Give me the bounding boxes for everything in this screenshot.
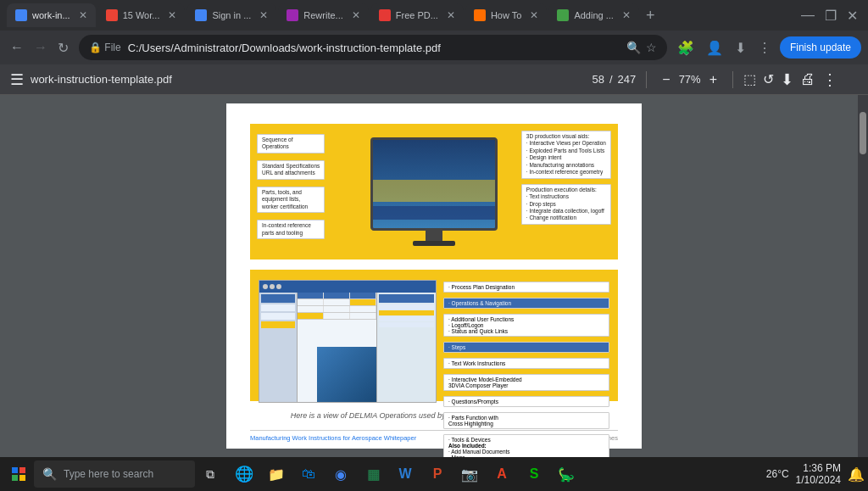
minimize-button[interactable]: — [798, 6, 818, 25]
taskbar: 🔍 Type here to search ⧉ 🌐 📁 🛍 ◉ ▦ W P 📷 [0, 457, 868, 491]
taskbar-search[interactable]: 🔍 Type here to search [34, 460, 195, 488]
notification-icon[interactable]: 🔔 [848, 466, 865, 483]
new-tab-button[interactable]: + [641, 7, 660, 25]
tab-work-instruction[interactable]: work-in... ✕ [7, 3, 96, 27]
camera-icon: 📷 [461, 466, 478, 483]
task-view-button[interactable]: ⧉ [195, 459, 225, 489]
dino-icon: 🦕 [558, 466, 575, 483]
sw-dot3 [276, 284, 281, 289]
finish-update-button[interactable]: Finish update [780, 36, 861, 59]
callout-sequence: Sequence ofOperations [257, 134, 325, 153]
taskbar-app-word[interactable]: W [390, 459, 420, 489]
taskbar-date: 1/10/2024 [796, 474, 841, 486]
pdf-toolbar: ☰ work-instruction-template.pdf 58 / 247… [0, 64, 868, 95]
tab-signin-favicon [195, 9, 207, 21]
more-options-icon[interactable]: ⋮ [754, 36, 775, 59]
sw-screenshot [259, 280, 437, 403]
taskbar-time-date: 1:36 PM 1/10/2024 [796, 462, 841, 486]
start-button[interactable] [3, 459, 34, 489]
url-bar[interactable]: 🔒 File C:/Users/Administrator/Downloads/… [79, 35, 667, 60]
pdf-title: work-instruction-template.pdf [31, 73, 172, 86]
tab-howto-favicon [474, 9, 486, 21]
extensions-icon[interactable]: 🧩 [674, 36, 698, 59]
taskbar-app-scratch[interactable]: S [519, 459, 549, 489]
tab-signin[interactable]: Sign in ... ✕ [186, 3, 276, 27]
taskbar-app-dino[interactable]: 🦕 [551, 459, 581, 489]
profile-icon[interactable]: 👤 [703, 36, 726, 59]
win-square-1 [12, 467, 18, 473]
powerpoint-icon: P [433, 466, 442, 482]
taskbar-app-file-explorer[interactable]: 📁 [261, 459, 292, 489]
pdf-scrollbar-thumb[interactable] [860, 112, 866, 154]
sw-td8 [324, 313, 350, 319]
sw-left-panel [259, 293, 298, 402]
sw-table [298, 293, 376, 320]
reload-button[interactable]: ↻ [54, 36, 72, 59]
callout-user-functions: · Additional User Functions· Logoff/Logo… [443, 314, 609, 337]
pdf-footer-left-link[interactable]: Manufacturing Work Instructions for Aero… [250, 434, 416, 442]
search-icon[interactable]: 🔍 [626, 41, 641, 54]
tab-signin-close[interactable]: ✕ [259, 9, 268, 21]
sw-row1 [298, 299, 376, 306]
download-icon[interactable]: ⬇ [732, 36, 749, 59]
tab-signin-label: Sign in ... [212, 10, 251, 20]
url-text: C:/Users/Administrator/Downloads/work-in… [128, 42, 620, 54]
tab-howto-close[interactable]: ✕ [530, 9, 538, 21]
tab-adding-close[interactable]: ✕ [622, 9, 631, 21]
sw-td5 [324, 306, 350, 312]
pdf-separator [646, 71, 647, 88]
taskbar-app-store[interactable]: 🛍 [293, 459, 324, 489]
forward-button[interactable]: → [31, 36, 51, 59]
tab-free-pdf-label: Free PD... [396, 10, 438, 20]
taskbar-time: 1:36 PM [796, 462, 841, 474]
more-pdf-options-icon[interactable]: ⋮ [822, 70, 837, 89]
save-pdf-icon[interactable]: ⬇ [781, 70, 793, 89]
taskbar-app-camera[interactable]: 📷 [454, 459, 485, 489]
tab-free-pdf[interactable]: Free PD... ✕ [370, 3, 464, 27]
back-button[interactable]: ← [7, 36, 27, 59]
rotate-icon[interactable]: ↺ [763, 71, 774, 87]
callout-parts-tools: Parts, tools, andequipment lists,worker … [257, 187, 325, 213]
taskbar-app-acrobat[interactable]: A [487, 459, 517, 489]
pdf-scrollbar[interactable] [848, 64, 858, 94]
sw-top-bar [259, 281, 436, 293]
pdf-scrollbar[interactable] [858, 95, 868, 457]
tab-rewrite[interactable]: Rewrite... ✕ [278, 3, 368, 27]
url-icons: 🔍 ☆ [626, 41, 657, 54]
taskbar-app-edge[interactable]: 🌐 [229, 459, 259, 489]
taskbar-app-excel[interactable]: ▦ [358, 459, 388, 489]
close-button[interactable]: ✕ [843, 6, 861, 25]
tab-adding-favicon [557, 9, 569, 21]
taskbar-app-chrome[interactable]: ◉ [326, 459, 356, 489]
tab-rewrite-close[interactable]: ✕ [352, 9, 360, 21]
tab-adding[interactable]: Adding ... ✕ [548, 3, 638, 27]
taskbar-app-ppt[interactable]: P [422, 459, 453, 489]
tab-free-pdf-close[interactable]: ✕ [447, 9, 455, 21]
fit-page-icon[interactable]: ⬚ [743, 71, 756, 87]
sw-th2 [324, 293, 350, 299]
tab-howto[interactable]: How To ✕ [465, 3, 547, 27]
tab-bar: work-in... ✕ 15 Wor... ✕ Sign in ... ✕ R… [0, 0, 868, 31]
print-icon[interactable]: 🖨 [800, 70, 815, 89]
browser-actions: 🧩 👤 ⬇ ⋮ Finish update [674, 36, 861, 59]
pdf-toolbar-icons: ⬚ ↺ [743, 71, 774, 87]
screen-stripe-yellow [373, 180, 495, 202]
zoom-in-button[interactable]: + [704, 70, 722, 89]
pdf-zoom-value: 77% [679, 73, 701, 86]
pdf-menu-icon[interactable]: ☰ [10, 70, 24, 89]
tab-close-button[interactable]: ✕ [79, 9, 87, 21]
tab-gmail[interactable]: 15 Wor... ✕ [97, 3, 186, 27]
tab-rewrite-label: Rewrite... [303, 10, 342, 20]
top-diagram: Sequence ofOperations Standard Specifica… [250, 124, 618, 259]
bottom-right-callouts: · Process Plan Designation · Operations … [437, 280, 609, 457]
star-icon[interactable]: ☆ [646, 41, 657, 54]
pdf-toolbar-right: ⬇ 🖨 ⋮ [781, 70, 837, 89]
task-view-icon: ⧉ [206, 467, 214, 482]
tab-gmail-close[interactable]: ✕ [168, 9, 176, 21]
sw-th3 [350, 293, 376, 299]
zoom-out-button[interactable]: − [657, 70, 675, 89]
pdf-current-page[interactable]: 58 [592, 73, 604, 86]
restore-button[interactable]: ❐ [821, 6, 840, 25]
pdf-main-content: Sequence ofOperations Standard Specifica… [0, 95, 868, 457]
pdf-page-separator: / [609, 73, 613, 86]
